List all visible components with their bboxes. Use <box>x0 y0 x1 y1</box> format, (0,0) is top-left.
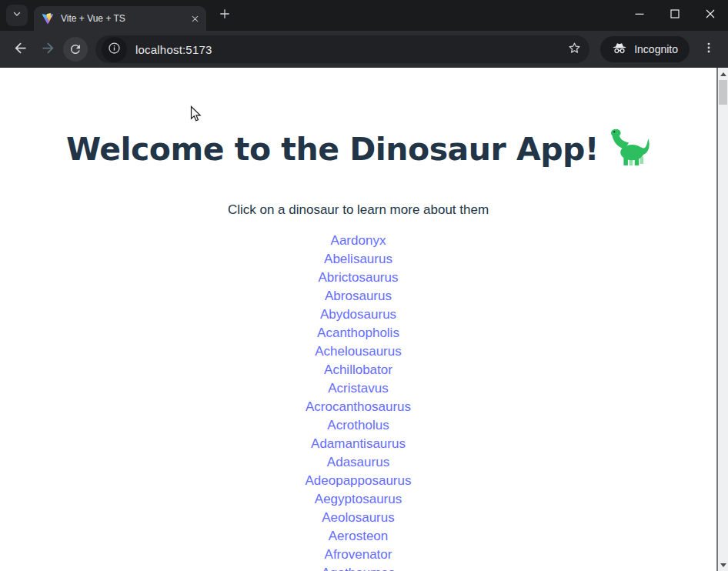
dinosaur-link[interactable]: Acrotholus <box>0 416 716 435</box>
dinosaur-link[interactable]: Acrocanthosaurus <box>0 398 716 416</box>
dinosaur-link[interactable]: Achelousaurus <box>0 342 716 361</box>
incognito-icon <box>612 41 627 58</box>
forward-button[interactable] <box>34 35 62 63</box>
browser-menu-button[interactable] <box>696 36 722 62</box>
browser-tab[interactable]: Vite + Vue + TS <box>34 6 206 31</box>
sauropod-dinosaur-icon <box>609 123 650 176</box>
bookmark-star-button[interactable] <box>561 36 587 62</box>
dinosaur-link[interactable]: Aerosteon <box>0 527 716 546</box>
page-subtitle: Click on a dinosaur to learn more about … <box>0 202 716 218</box>
dinosaur-link[interactable]: Acristavus <box>0 379 716 398</box>
dinosaur-link[interactable]: Acanthopholis <box>0 324 716 342</box>
maximize-button[interactable] <box>657 0 693 31</box>
dinosaur-link[interactable]: Aegyptosaurus <box>0 490 716 509</box>
dinosaur-link[interactable]: Achillobator <box>0 361 716 379</box>
arrow-right-icon <box>40 40 56 59</box>
scroll-down-arrow[interactable] <box>718 559 728 571</box>
plus-icon <box>218 7 232 24</box>
dinosaur-list: AardonyxAbelisaurusAbrictosaurusAbrosaur… <box>0 232 716 571</box>
minimize-icon <box>632 6 647 25</box>
incognito-badge: Incognito <box>600 36 690 62</box>
vite-favicon-icon <box>42 12 54 25</box>
dinosaur-link[interactable]: Abelisaurus <box>0 250 716 269</box>
tab-title: Vite + Vue + TS <box>61 13 188 24</box>
scroll-up-arrow[interactable] <box>718 68 728 80</box>
arrow-left-icon <box>12 40 28 59</box>
dinosaur-link[interactable]: Agathaumas <box>0 564 716 571</box>
address-bar[interactable]: localhost:5173 <box>95 35 589 63</box>
scrollbar-thumb[interactable] <box>719 80 727 105</box>
page-title-text: Welcome to the Dinosaur App! <box>66 132 599 167</box>
dinosaur-link[interactable]: Adeopapposaurus <box>0 472 716 490</box>
dinosaur-link[interactable]: Afrovenator <box>0 546 716 564</box>
browser-toolbar: localhost:5173 Incognito <box>0 31 728 68</box>
scrollbar[interactable] <box>716 68 728 571</box>
dinosaur-link[interactable]: Aardonyx <box>0 232 716 250</box>
dinosaur-link[interactable]: Adasaurus <box>0 453 716 472</box>
site-info-button[interactable] <box>102 37 127 62</box>
close-window-button[interactable] <box>693 0 728 31</box>
tab-search-button[interactable] <box>6 5 28 26</box>
dinosaur-link[interactable]: Abrosaurus <box>0 287 716 306</box>
dinosaur-link[interactable]: Abrictosaurus <box>0 269 716 287</box>
url-text: localhost:5173 <box>135 43 561 56</box>
dinosaur-link[interactable]: Adamantisaurus <box>0 435 716 453</box>
reload-icon <box>63 37 88 62</box>
close-icon <box>703 6 718 25</box>
dinosaur-link[interactable]: Abydosaurus <box>0 306 716 324</box>
reload-button[interactable] <box>62 35 89 63</box>
tab-strip: Vite + Vue + TS <box>0 0 728 31</box>
browser-window: Vite + Vue + TS <box>0 0 728 571</box>
info-icon <box>107 41 122 58</box>
incognito-label: Incognito <box>634 43 678 55</box>
new-tab-button[interactable] <box>213 4 236 27</box>
maximize-icon <box>667 6 683 25</box>
three-dot-menu-icon <box>702 41 716 58</box>
star-icon <box>567 41 582 58</box>
chevron-down-icon <box>12 8 22 22</box>
dinosaur-link[interactable]: Aeolosaurus <box>0 509 716 527</box>
page-content: Welcome to the Dinosaur App! <box>0 68 728 571</box>
minimize-button[interactable] <box>622 0 657 31</box>
page-title: Welcome to the Dinosaur App! <box>0 68 716 176</box>
back-button[interactable] <box>6 35 34 63</box>
tab-close-icon[interactable] <box>188 12 202 25</box>
